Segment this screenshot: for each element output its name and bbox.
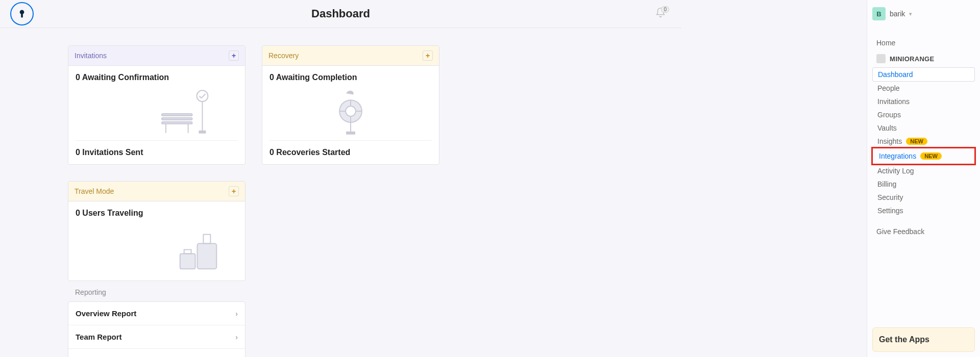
chevron-right-icon: › [235, 310, 238, 318]
recovery-title: Recovery [268, 52, 299, 60]
recovery-awaiting: 0 Awaiting Completion [262, 66, 439, 87]
nav-home[interactable]: Home [872, 36, 975, 50]
nav-vaults[interactable]: Vaults [872, 121, 975, 135]
avatar: B [872, 7, 886, 20]
recovery-header: Recovery + [262, 46, 439, 66]
nav-billing[interactable]: Billing [872, 177, 975, 191]
svg-rect-7 [162, 122, 192, 124]
svg-rect-4 [199, 131, 205, 133]
svg-rect-17 [347, 132, 355, 134]
nav-label: Security [877, 193, 903, 201]
invitations-illustration [76, 87, 238, 141]
notifications-button[interactable]: 0 [655, 7, 669, 18]
travel-mode-card: Travel Mode + 0 Users Traveling [68, 181, 246, 281]
svg-rect-6 [162, 118, 192, 120]
nav-insights[interactable]: Insights NEW [872, 135, 975, 148]
users-traveling: 0 Users Traveling [68, 201, 245, 223]
app-logo[interactable] [10, 2, 34, 26]
nav-people[interactable]: People [872, 82, 975, 95]
travel-header: Travel Mode + [68, 182, 245, 201]
nav-label: Insights [877, 137, 902, 145]
add-travel-button[interactable]: + [229, 186, 239, 196]
invitations-header: Invitations + [68, 46, 245, 66]
sidebar: B barik ▾ Home MINIORANGE Dashboard Peop… [867, 0, 980, 357]
reporting-title: Reporting [68, 281, 246, 301]
nav-settings[interactable]: Settings [872, 204, 975, 217]
highlight-annotation: Integrations NEW [871, 147, 976, 165]
nav-label: Groups [877, 111, 901, 119]
overview-report-link[interactable]: Overview Report › [68, 302, 245, 325]
invitations-awaiting: 0 Awaiting Confirmation [68, 66, 245, 87]
svg-rect-18 [198, 244, 217, 269]
keyhole-icon [15, 7, 29, 20]
nav-label: Dashboard [878, 70, 913, 79]
invitations-card: Invitations + 0 Awaiting Confirmation 0 [68, 45, 246, 165]
notification-count: 0 [661, 6, 669, 13]
page-title: Dashboard [311, 7, 370, 20]
new-badge: NEW [920, 152, 942, 160]
org-header[interactable]: MINIORANGE [872, 50, 975, 67]
nav-activity-log[interactable]: Activity Log [872, 164, 975, 177]
svg-rect-5 [162, 114, 192, 116]
nav-label: Integrations [879, 152, 916, 160]
topbar: Dashboard 0 [0, 0, 681, 28]
usage-report-link[interactable]: Usage Report › [68, 349, 245, 357]
reporting-section: Reporting Overview Report › Team Report … [68, 281, 246, 357]
nav-groups[interactable]: Groups [872, 108, 975, 121]
report-list: Overview Report › Team Report › Usage Re… [68, 301, 246, 357]
luggage-icon [76, 223, 238, 276]
recovery-illustration [270, 87, 432, 141]
nav-label: Invitations [877, 97, 910, 106]
svg-point-2 [197, 90, 208, 101]
lifebuoy-icon [270, 87, 432, 140]
recovery-card: Recovery + 0 Awaiting Completion 0 Recov [262, 45, 439, 165]
svg-point-11 [346, 106, 356, 116]
nav-dashboard[interactable]: Dashboard [872, 67, 975, 82]
nav-integrations[interactable]: Integrations NEW [874, 149, 973, 163]
invitations-title: Invitations [75, 52, 107, 60]
svg-rect-1 [21, 13, 23, 18]
give-feedback-link[interactable]: Give Feedback [872, 217, 975, 236]
nav-label: Vaults [877, 124, 897, 132]
get-apps-label: Get the Apps [879, 335, 929, 344]
recoveries-started: 0 Recoveries Started [262, 141, 439, 164]
new-badge: NEW [906, 138, 927, 145]
svg-rect-19 [203, 235, 210, 244]
org-name: MINIORANGE [890, 55, 935, 63]
nav-security[interactable]: Security [872, 191, 975, 204]
nav-label: Billing [877, 180, 896, 188]
svg-rect-21 [184, 250, 191, 254]
nav-label: Activity Log [877, 167, 914, 175]
username: barik [890, 10, 905, 18]
add-recovery-button[interactable]: + [423, 50, 433, 61]
report-label: Overview Report [76, 309, 136, 318]
team-report-link[interactable]: Team Report › [68, 325, 245, 349]
chevron-down-icon: ▾ [909, 11, 912, 17]
add-invitation-button[interactable]: + [229, 50, 239, 61]
user-menu[interactable]: B barik ▾ [872, 7, 975, 20]
bench-icon [76, 87, 238, 140]
get-apps-card[interactable]: Get the Apps [872, 327, 975, 352]
travel-title: Travel Mode [75, 187, 114, 195]
travel-illustration [76, 223, 238, 276]
nav-label: People [877, 84, 900, 92]
org-icon [876, 54, 886, 63]
main-content: Invitations + 0 Awaiting Confirmation 0 [0, 28, 681, 357]
chevron-right-icon: › [235, 333, 238, 341]
nav-label: Settings [877, 207, 903, 215]
invitations-sent: 0 Invitations Sent [68, 141, 245, 164]
svg-rect-20 [180, 253, 195, 269]
report-label: Team Report [76, 333, 122, 341]
nav-invitations[interactable]: Invitations [872, 95, 975, 108]
